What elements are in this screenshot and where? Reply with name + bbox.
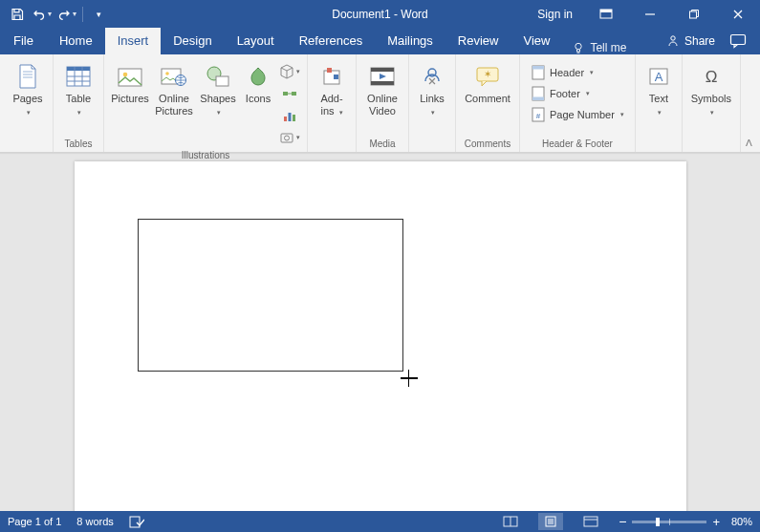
view-print-layout[interactable] <box>538 513 563 530</box>
save-button[interactable] <box>6 3 29 26</box>
chart-button[interactable] <box>279 105 300 126</box>
omega-icon: Ω <box>701 66 722 87</box>
svg-rect-57 <box>584 517 597 526</box>
page-number-button[interactable]: # Page Number▾ <box>527 104 628 124</box>
redo-icon <box>57 8 71 21</box>
minimize-icon <box>644 9 656 20</box>
footer-button[interactable]: Footer▾ <box>527 83 628 103</box>
group-media: Online Video Media <box>357 54 409 152</box>
zoom-level[interactable]: 80% <box>731 516 752 527</box>
view-read-mode[interactable] <box>498 513 523 530</box>
document-page[interactable] <box>75 161 686 511</box>
models-3d-button[interactable]: ▾ <box>279 61 300 82</box>
icons-button[interactable]: Icons <box>241 58 275 105</box>
view-web-layout[interactable] <box>578 513 603 530</box>
group-pages: Pages▾ . <box>0 54 54 152</box>
group-tables: Table▾ Tables <box>54 54 104 152</box>
text-button[interactable]: A Text▾ <box>642 58 675 118</box>
svg-rect-1 <box>600 10 612 12</box>
tab-insert[interactable]: Insert <box>105 28 162 54</box>
pages-button[interactable]: Pages▾ <box>10 58 46 118</box>
svg-rect-34 <box>334 74 338 79</box>
screenshot-icon <box>279 130 294 145</box>
svg-rect-33 <box>327 68 332 73</box>
table-button[interactable]: Table▾ <box>60 58 97 118</box>
page-icon <box>17 64 38 89</box>
link-icon <box>422 67 443 86</box>
zoom-in-button[interactable]: + <box>712 515 720 529</box>
svg-point-31 <box>285 136 290 140</box>
svg-rect-12 <box>67 67 90 71</box>
header-button[interactable]: Header▾ <box>527 62 628 82</box>
maximize-button[interactable] <box>672 0 716 28</box>
tab-file[interactable]: File <box>0 28 47 54</box>
lightbulb-icon <box>572 41 585 54</box>
ribbon-display-options-button[interactable] <box>584 0 628 28</box>
svg-rect-36 <box>371 68 394 72</box>
svg-rect-27 <box>284 117 287 121</box>
sign-in-link[interactable]: Sign in <box>526 0 584 28</box>
links-button[interactable]: Links▾ <box>416 58 448 118</box>
chart-icon <box>282 108 297 123</box>
footer-icon <box>532 86 545 101</box>
addins-icon <box>321 66 342 87</box>
document-area[interactable] <box>0 153 760 511</box>
textbox-icon: A <box>648 66 669 87</box>
close-button[interactable] <box>716 0 760 28</box>
web-layout-icon <box>583 516 598 527</box>
proofing-icon <box>129 515 144 528</box>
collapse-ribbon-button[interactable]: ᐱ <box>746 138 752 148</box>
status-proofing[interactable] <box>129 515 144 528</box>
svg-rect-44 <box>532 96 544 100</box>
drawn-rectangle-shape[interactable] <box>138 219 403 372</box>
maximize-icon <box>688 9 700 20</box>
svg-rect-24 <box>283 92 288 96</box>
svg-text:#: # <box>536 112 541 120</box>
comment-button[interactable]: ✶ Comment <box>463 58 512 105</box>
smartart-button[interactable] <box>279 83 300 104</box>
svg-text:Ω: Ω <box>706 68 718 86</box>
svg-point-20 <box>165 72 169 75</box>
svg-rect-17 <box>119 69 141 86</box>
tab-home[interactable]: Home <box>47 28 105 54</box>
zoom-out-button[interactable]: − <box>619 514 626 529</box>
video-icon <box>370 67 395 86</box>
tab-layout[interactable]: Layout <box>225 28 287 54</box>
redo-button[interactable]: ▾ <box>55 3 78 26</box>
shapes-button[interactable]: Shapes▾ <box>199 58 237 118</box>
online-pictures-button[interactable]: Online Pictures <box>153 58 195 117</box>
comments-pane-icon[interactable] <box>729 33 747 49</box>
tab-references[interactable]: References <box>287 28 375 54</box>
group-label-hf: Header & Footer <box>542 137 613 152</box>
tab-design[interactable]: Design <box>161 28 224 54</box>
addins-button[interactable]: Add- ins ▾ <box>315 58 349 118</box>
title-right: Sign in <box>526 0 760 28</box>
tab-view[interactable]: View <box>510 28 562 54</box>
customize-qat-button[interactable]: ▾ <box>87 3 110 26</box>
online-video-button[interactable]: Online Video <box>363 58 402 117</box>
tell-me-search[interactable]: Tell me <box>562 41 636 54</box>
minimize-button[interactable] <box>628 0 672 28</box>
status-words[interactable]: 8 words <box>76 516 114 527</box>
symbols-button[interactable]: Ω Symbols▾ <box>689 58 733 118</box>
save-icon <box>11 8 24 21</box>
table-icon <box>66 66 91 87</box>
undo-button[interactable]: ▾ <box>31 3 54 26</box>
tab-review[interactable]: Review <box>445 28 511 54</box>
pictures-button[interactable]: Pictures <box>111 58 149 105</box>
smartart-icon <box>282 86 297 101</box>
screenshot-button[interactable]: ▾ <box>279 127 300 148</box>
group-label-media: Media <box>369 137 395 152</box>
header-icon <box>532 65 545 80</box>
group-symbols: Ω Symbols▾ . <box>683 54 741 152</box>
svg-rect-42 <box>532 66 544 70</box>
zoom-slider[interactable] <box>632 521 706 523</box>
group-addins: Add- ins ▾ . <box>308 54 357 152</box>
status-page[interactable]: Page 1 of 1 <box>8 516 61 527</box>
svg-text:✶: ✶ <box>484 69 491 79</box>
read-mode-icon <box>503 516 518 527</box>
crosshair-cursor <box>401 370 418 387</box>
tab-mailings[interactable]: Mailings <box>375 28 445 54</box>
share-button[interactable]: Share <box>666 34 715 48</box>
svg-rect-50 <box>130 517 140 527</box>
